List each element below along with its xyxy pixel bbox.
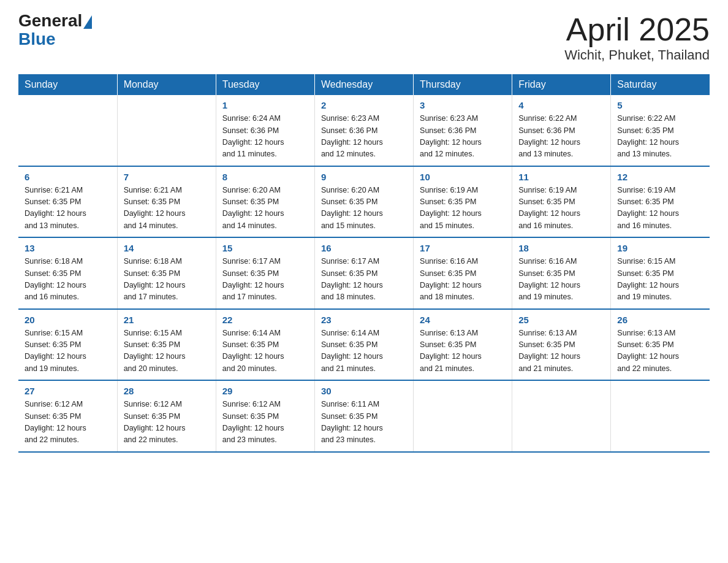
day-cell: 22Sunrise: 6:14 AM Sunset: 6:35 PM Dayli… bbox=[216, 309, 314, 381]
day-info: Sunrise: 6:20 AM Sunset: 6:35 PM Dayligh… bbox=[321, 185, 407, 232]
day-cell: 28Sunrise: 6:12 AM Sunset: 6:35 PM Dayli… bbox=[117, 380, 216, 452]
day-info: Sunrise: 6:19 AM Sunset: 6:35 PM Dayligh… bbox=[420, 185, 506, 232]
day-cell: 29Sunrise: 6:12 AM Sunset: 6:35 PM Dayli… bbox=[216, 380, 314, 452]
day-cell: 9Sunrise: 6:20 AM Sunset: 6:35 PM Daylig… bbox=[314, 166, 413, 238]
day-number: 22 bbox=[222, 315, 308, 325]
day-number: 5 bbox=[617, 100, 703, 110]
day-cell: 2Sunrise: 6:23 AM Sunset: 6:36 PM Daylig… bbox=[314, 95, 413, 166]
day-cell: 13Sunrise: 6:18 AM Sunset: 6:35 PM Dayli… bbox=[18, 237, 117, 309]
day-number: 13 bbox=[25, 243, 111, 253]
day-number: 8 bbox=[222, 172, 308, 182]
day-info: Sunrise: 6:18 AM Sunset: 6:35 PM Dayligh… bbox=[25, 256, 111, 304]
logo: General Blue bbox=[18, 12, 93, 49]
day-info: Sunrise: 6:23 AM Sunset: 6:36 PM Dayligh… bbox=[321, 113, 407, 161]
logo-blue-text: Blue bbox=[18, 29, 56, 49]
page-header: General Blue April 2025 Wichit, Phuket, … bbox=[18, 12, 710, 63]
day-info: Sunrise: 6:21 AM Sunset: 6:35 PM Dayligh… bbox=[124, 185, 210, 232]
day-number: 10 bbox=[420, 172, 506, 182]
day-info: Sunrise: 6:17 AM Sunset: 6:35 PM Dayligh… bbox=[321, 256, 407, 304]
day-cell: 18Sunrise: 6:16 AM Sunset: 6:35 PM Dayli… bbox=[512, 237, 611, 309]
day-number: 6 bbox=[25, 172, 111, 182]
calendar-title: April 2025 bbox=[564, 12, 710, 47]
day-cell: 19Sunrise: 6:15 AM Sunset: 6:35 PM Dayli… bbox=[611, 237, 710, 309]
day-cell: 6Sunrise: 6:21 AM Sunset: 6:35 PM Daylig… bbox=[18, 166, 117, 238]
day-cell: 30Sunrise: 6:11 AM Sunset: 6:35 PM Dayli… bbox=[314, 380, 413, 452]
logo-general-text: General bbox=[18, 12, 82, 29]
day-info: Sunrise: 6:16 AM Sunset: 6:35 PM Dayligh… bbox=[420, 256, 506, 304]
day-number: 1 bbox=[222, 100, 308, 110]
day-number: 30 bbox=[321, 386, 407, 396]
day-number: 4 bbox=[518, 100, 604, 110]
day-info: Sunrise: 6:12 AM Sunset: 6:35 PM Dayligh… bbox=[124, 399, 210, 446]
day-cell: 20Sunrise: 6:15 AM Sunset: 6:35 PM Dayli… bbox=[18, 309, 117, 381]
weekday-header-monday: Monday bbox=[117, 74, 216, 95]
day-number: 27 bbox=[25, 386, 111, 396]
day-number: 20 bbox=[25, 315, 111, 325]
day-info: Sunrise: 6:23 AM Sunset: 6:36 PM Dayligh… bbox=[420, 113, 506, 161]
day-info: Sunrise: 6:15 AM Sunset: 6:35 PM Dayligh… bbox=[25, 327, 111, 375]
day-cell: 14Sunrise: 6:18 AM Sunset: 6:35 PM Dayli… bbox=[117, 237, 216, 309]
calendar-table: SundayMondayTuesdayWednesdayThursdayFrid… bbox=[18, 74, 710, 453]
day-number: 2 bbox=[321, 100, 407, 110]
week-row-2: 6Sunrise: 6:21 AM Sunset: 6:35 PM Daylig… bbox=[18, 166, 710, 238]
day-info: Sunrise: 6:14 AM Sunset: 6:35 PM Dayligh… bbox=[321, 327, 407, 375]
day-cell: 26Sunrise: 6:13 AM Sunset: 6:35 PM Dayli… bbox=[611, 309, 710, 381]
day-info: Sunrise: 6:21 AM Sunset: 6:35 PM Dayligh… bbox=[25, 185, 111, 232]
day-info: Sunrise: 6:13 AM Sunset: 6:35 PM Dayligh… bbox=[617, 327, 703, 375]
day-info: Sunrise: 6:18 AM Sunset: 6:35 PM Dayligh… bbox=[124, 256, 210, 304]
day-cell: 11Sunrise: 6:19 AM Sunset: 6:35 PM Dayli… bbox=[512, 166, 611, 238]
day-info: Sunrise: 6:12 AM Sunset: 6:35 PM Dayligh… bbox=[25, 399, 111, 446]
weekday-header-tuesday: Tuesday bbox=[216, 74, 314, 95]
day-cell: 25Sunrise: 6:13 AM Sunset: 6:35 PM Dayli… bbox=[512, 309, 611, 381]
week-row-3: 13Sunrise: 6:18 AM Sunset: 6:35 PM Dayli… bbox=[18, 237, 710, 309]
day-cell: 3Sunrise: 6:23 AM Sunset: 6:36 PM Daylig… bbox=[414, 95, 512, 166]
day-info: Sunrise: 6:13 AM Sunset: 6:35 PM Dayligh… bbox=[518, 327, 604, 375]
day-number: 28 bbox=[124, 386, 210, 396]
day-cell bbox=[18, 95, 117, 166]
day-info: Sunrise: 6:20 AM Sunset: 6:35 PM Dayligh… bbox=[222, 185, 308, 232]
day-cell: 4Sunrise: 6:22 AM Sunset: 6:36 PM Daylig… bbox=[512, 95, 611, 166]
day-cell bbox=[611, 380, 710, 452]
day-info: Sunrise: 6:13 AM Sunset: 6:35 PM Dayligh… bbox=[420, 327, 506, 375]
day-info: Sunrise: 6:19 AM Sunset: 6:35 PM Dayligh… bbox=[518, 185, 604, 232]
day-info: Sunrise: 6:22 AM Sunset: 6:36 PM Dayligh… bbox=[518, 113, 604, 161]
day-number: 19 bbox=[617, 243, 703, 253]
day-number: 16 bbox=[321, 243, 407, 253]
day-cell: 27Sunrise: 6:12 AM Sunset: 6:35 PM Dayli… bbox=[18, 380, 117, 452]
day-cell bbox=[117, 95, 216, 166]
day-info: Sunrise: 6:12 AM Sunset: 6:35 PM Dayligh… bbox=[222, 399, 308, 446]
day-cell: 12Sunrise: 6:19 AM Sunset: 6:35 PM Dayli… bbox=[611, 166, 710, 238]
day-number: 3 bbox=[420, 100, 506, 110]
day-number: 23 bbox=[321, 315, 407, 325]
day-info: Sunrise: 6:15 AM Sunset: 6:35 PM Dayligh… bbox=[124, 327, 210, 375]
week-row-5: 27Sunrise: 6:12 AM Sunset: 6:35 PM Dayli… bbox=[18, 380, 710, 452]
weekday-header-row: SundayMondayTuesdayWednesdayThursdayFrid… bbox=[18, 74, 710, 95]
calendar-location: Wichit, Phuket, Thailand bbox=[564, 47, 710, 63]
title-block: April 2025 Wichit, Phuket, Thailand bbox=[564, 12, 710, 63]
weekday-header-saturday: Saturday bbox=[611, 74, 710, 95]
day-info: Sunrise: 6:24 AM Sunset: 6:36 PM Dayligh… bbox=[222, 113, 308, 161]
day-info: Sunrise: 6:15 AM Sunset: 6:35 PM Dayligh… bbox=[617, 256, 703, 304]
day-info: Sunrise: 6:11 AM Sunset: 6:35 PM Dayligh… bbox=[321, 399, 407, 446]
logo-triangle-icon bbox=[83, 15, 92, 29]
day-number: 7 bbox=[124, 172, 210, 182]
day-info: Sunrise: 6:17 AM Sunset: 6:35 PM Dayligh… bbox=[222, 256, 308, 304]
day-cell: 23Sunrise: 6:14 AM Sunset: 6:35 PM Dayli… bbox=[314, 309, 413, 381]
day-info: Sunrise: 6:22 AM Sunset: 6:35 PM Dayligh… bbox=[617, 113, 703, 161]
day-number: 21 bbox=[124, 315, 210, 325]
day-number: 18 bbox=[518, 243, 604, 253]
day-cell: 1Sunrise: 6:24 AM Sunset: 6:36 PM Daylig… bbox=[216, 95, 314, 166]
day-cell: 5Sunrise: 6:22 AM Sunset: 6:35 PM Daylig… bbox=[611, 95, 710, 166]
day-number: 14 bbox=[124, 243, 210, 253]
day-number: 25 bbox=[518, 315, 604, 325]
day-number: 15 bbox=[222, 243, 308, 253]
week-row-4: 20Sunrise: 6:15 AM Sunset: 6:35 PM Dayli… bbox=[18, 309, 710, 381]
day-cell: 8Sunrise: 6:20 AM Sunset: 6:35 PM Daylig… bbox=[216, 166, 314, 238]
day-cell: 15Sunrise: 6:17 AM Sunset: 6:35 PM Dayli… bbox=[216, 237, 314, 309]
day-cell: 17Sunrise: 6:16 AM Sunset: 6:35 PM Dayli… bbox=[414, 237, 512, 309]
day-number: 17 bbox=[420, 243, 506, 253]
day-cell: 21Sunrise: 6:15 AM Sunset: 6:35 PM Dayli… bbox=[117, 309, 216, 381]
day-cell: 24Sunrise: 6:13 AM Sunset: 6:35 PM Dayli… bbox=[414, 309, 512, 381]
day-number: 24 bbox=[420, 315, 506, 325]
day-number: 11 bbox=[518, 172, 604, 182]
